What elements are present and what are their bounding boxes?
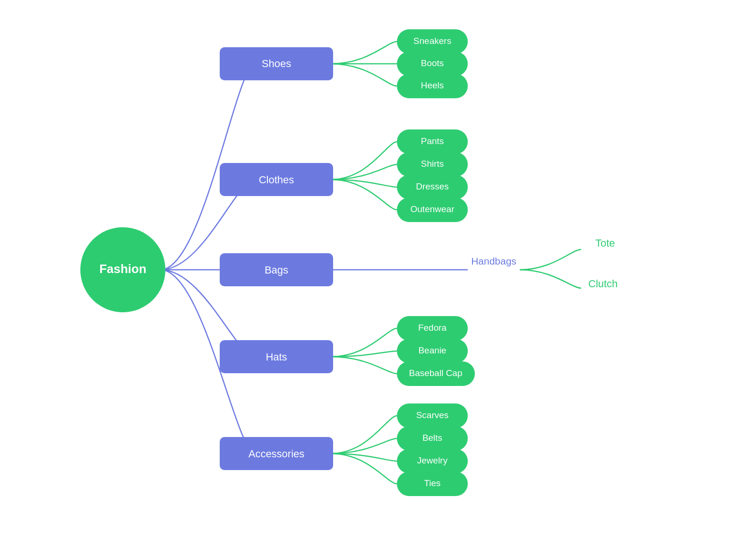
leaf-boots-label: Boots xyxy=(421,58,444,68)
leaf-clutch-label: Clutch xyxy=(588,278,618,290)
category-shoes-label: Shoes xyxy=(262,58,291,69)
leaf-jewelry-label: Jewelry xyxy=(417,455,448,465)
leaf-tote-label: Tote xyxy=(595,237,615,249)
leaf-shirts-label: Shirts xyxy=(421,159,444,169)
category-bags-label: Bags xyxy=(265,264,288,276)
category-accessories-label: Accessories xyxy=(249,448,305,460)
leaf-heels-label: Heels xyxy=(421,80,444,90)
intermediate-handbags-label: Handbags xyxy=(471,256,516,266)
leaf-beanie-label: Beanie xyxy=(418,345,446,355)
leaf-belts-label: Belts xyxy=(422,433,442,443)
leaf-outenwear-label: Outenwear xyxy=(411,204,455,214)
leaf-ties-label: Ties xyxy=(424,478,440,488)
leaf-fedora-label: Fedora xyxy=(418,323,447,333)
leaf-scarves-label: Scarves xyxy=(416,410,449,420)
leaf-sneakers-label: Sneakers xyxy=(413,36,451,46)
category-hats-label: Hats xyxy=(266,351,287,363)
category-clothes-label: Clothes xyxy=(259,174,294,186)
leaf-pants-label: Pants xyxy=(421,136,444,146)
leaf-dresses-label: Dresses xyxy=(416,181,449,191)
root-label: Fashion xyxy=(99,262,146,276)
leaf-baseball-cap-label: Baseball Cap xyxy=(409,368,462,378)
